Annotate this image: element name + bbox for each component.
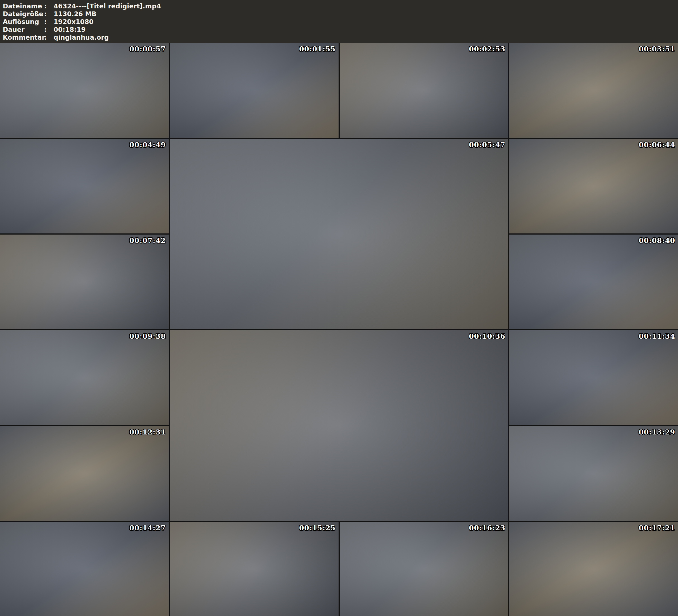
timestamp-overlay: 00:01:55 [299, 45, 336, 53]
timestamp-overlay: 00:11:34 [639, 332, 675, 340]
thumbnail-placeholder-image [509, 235, 678, 329]
timestamp-overlay: 00:10:36 [469, 332, 505, 340]
thumbnail-placeholder-image [170, 43, 339, 138]
metadata-value-filename: 46324----[Titel redigiert].mp4 [53, 2, 675, 10]
timestamp-overlay: 00:15:25 [299, 524, 336, 532]
timestamp-overlay: 00:04:49 [129, 141, 166, 149]
video-thumbnail: 00:13:29 [509, 426, 678, 521]
video-thumbnail: 00:03:51 [509, 43, 678, 138]
timestamp-overlay: 00:08:40 [639, 236, 675, 244]
thumbnail-placeholder-image [0, 43, 169, 138]
metadata-separator: : [44, 26, 53, 34]
thumbnail-placeholder-image [340, 43, 509, 138]
video-thumbnail: 00:09:38 [0, 330, 169, 425]
metadata-label: Dateiname [3, 2, 44, 10]
metadata-value-resolution: 1920x1080 [53, 18, 675, 26]
video-thumbnail: 00:16:23 [340, 522, 509, 616]
thumbnail-placeholder-image [0, 426, 169, 521]
thumbnail-placeholder-image [0, 235, 169, 329]
video-thumbnail: 00:01:55 [170, 43, 339, 138]
timestamp-overlay: 00:12:31 [129, 428, 166, 436]
metadata-label: Dateigröße [3, 10, 44, 18]
metadata-row-comment: Kommentar : qinglanhua.org [3, 34, 675, 41]
timestamp-overlay: 00:17:21 [639, 524, 675, 532]
timestamp-overlay: 00:07:42 [129, 236, 166, 244]
thumbnail-placeholder-image [170, 522, 339, 616]
video-thumbnail-large: 00:10:36 [170, 330, 509, 521]
thumbnail-placeholder-image [509, 426, 678, 521]
thumbnail-placeholder-image [509, 43, 678, 138]
video-thumbnail: 00:17:21 [509, 522, 678, 616]
metadata-separator: : [44, 10, 53, 18]
thumbnail-grid: 00:00:57 00:01:55 00:02:53 00:03:51 00:0… [0, 43, 678, 616]
video-thumbnail-large: 00:05:47 [170, 139, 509, 329]
thumbnail-placeholder-image [0, 139, 169, 233]
thumbnail-placeholder-image [0, 330, 169, 425]
timestamp-overlay: 00:09:38 [129, 332, 166, 340]
metadata-header: Dateiname : 46324----[Titel redigiert].m… [0, 0, 678, 43]
metadata-separator: : [44, 18, 53, 26]
timestamp-overlay: 00:14:27 [129, 524, 166, 532]
thumbnail-placeholder-image [509, 522, 678, 616]
metadata-separator: : [44, 2, 53, 10]
metadata-row-duration: Dauer : 00:18:19 [3, 26, 675, 34]
metadata-label: Dauer [3, 26, 44, 34]
timestamp-overlay: 00:00:57 [129, 45, 166, 53]
video-thumbnail: 00:06:44 [509, 139, 678, 233]
metadata-value-duration: 00:18:19 [53, 26, 675, 34]
video-thumbnail: 00:08:40 [509, 235, 678, 329]
timestamp-overlay: 00:13:29 [639, 428, 675, 436]
video-thumbnail: 00:14:27 [0, 522, 169, 616]
video-thumbnail: 00:02:53 [340, 43, 509, 138]
video-thumbnail: 00:04:49 [0, 139, 169, 233]
timestamp-overlay: 00:16:23 [469, 524, 505, 532]
thumbnail-placeholder-image [340, 522, 509, 616]
metadata-separator: : [44, 34, 53, 41]
video-preview-sheet: Dateiname : 46324----[Titel redigiert].m… [0, 0, 678, 616]
thumbnail-placeholder-image [0, 522, 169, 616]
metadata-row-filesize: Dateigröße : 1130.26 MB [3, 10, 675, 18]
thumbnail-placeholder-image [509, 139, 678, 233]
metadata-value-filesize: 1130.26 MB [53, 10, 675, 18]
thumbnail-placeholder-image [170, 139, 509, 329]
metadata-value-comment: qinglanhua.org [53, 34, 675, 41]
video-thumbnail: 00:15:25 [170, 522, 339, 616]
thumbnail-placeholder-image [170, 330, 509, 521]
timestamp-overlay: 00:02:53 [469, 45, 505, 53]
timestamp-overlay: 00:05:47 [469, 141, 505, 149]
video-thumbnail: 00:00:57 [0, 43, 169, 138]
metadata-row-filename: Dateiname : 46324----[Titel redigiert].m… [3, 2, 675, 10]
video-thumbnail: 00:12:31 [0, 426, 169, 521]
video-thumbnail: 00:11:34 [509, 330, 678, 425]
thumbnail-placeholder-image [509, 330, 678, 425]
video-thumbnail: 00:07:42 [0, 235, 169, 329]
timestamp-overlay: 00:06:44 [639, 141, 675, 149]
metadata-row-resolution: Auflösung : 1920x1080 [3, 18, 675, 26]
timestamp-overlay: 00:03:51 [639, 45, 675, 53]
metadata-label: Auflösung [3, 18, 44, 26]
metadata-label: Kommentar [3, 34, 44, 41]
